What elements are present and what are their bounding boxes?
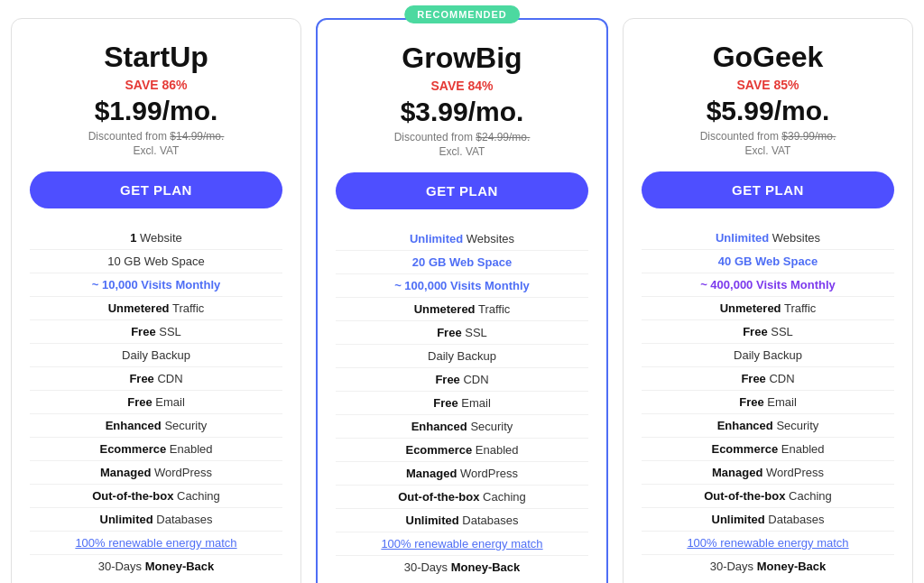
feature-item: 100% renewable energy match bbox=[642, 531, 894, 554]
plan-original: Discounted from $39.99/mo. bbox=[642, 130, 894, 143]
feature-item: Unlimited Websites bbox=[336, 227, 588, 250]
feature-item: Ecommerce Enabled bbox=[336, 438, 588, 461]
feature-highlight: 40 GB Web Space bbox=[718, 254, 818, 268]
feature-bold: Out-of-the-box bbox=[704, 489, 785, 503]
feature-item: Out-of-the-box Caching bbox=[30, 484, 282, 507]
feature-item: Daily Backup bbox=[642, 343, 894, 366]
feature-item: 100% renewable energy match bbox=[30, 531, 282, 554]
feature-link[interactable]: 100% renewable energy match bbox=[75, 536, 236, 550]
plan-card-startup: StartUp SAVE 86% $1.99/mo. Discounted fr… bbox=[11, 18, 301, 583]
plan-vat: Excl. VAT bbox=[30, 144, 282, 157]
feature-bold: Free bbox=[131, 325, 155, 338]
feature-bold: Unlimited bbox=[100, 513, 153, 526]
feature-item: 30-Days Money-Back bbox=[30, 554, 282, 578]
feature-item: Free SSL bbox=[642, 319, 894, 343]
feature-item: Unmetered Traffic bbox=[30, 296, 282, 319]
plan-card-growbig: RECOMMENDED GrowBig SAVE 84% $3.99/mo. D… bbox=[316, 18, 608, 583]
feature-bold: Enhanced bbox=[411, 420, 467, 433]
feature-highlight: ~ 10,000 Visits Monthly bbox=[92, 278, 220, 292]
feature-link[interactable]: 100% renewable energy match bbox=[687, 536, 848, 550]
feature-highlight: 20 GB Web Space bbox=[412, 255, 512, 269]
features-list: 1 Website10 GB Web Space~ 10,000 Visits … bbox=[30, 227, 282, 578]
plan-price: $3.99/mo. bbox=[336, 97, 588, 127]
feature-bold: Unlimited bbox=[716, 231, 769, 245]
feature-item: ~ 400,000 Visits Monthly bbox=[642, 273, 894, 296]
feature-bold: Enhanced bbox=[717, 419, 773, 432]
feature-bold: Enhanced bbox=[106, 419, 162, 432]
feature-bold: Unmetered bbox=[414, 302, 476, 316]
feature-bold: Managed bbox=[406, 467, 457, 480]
feature-bold: Free bbox=[433, 396, 457, 410]
feature-item: 1 Website bbox=[30, 227, 282, 249]
plan-price: $5.99/mo. bbox=[642, 96, 894, 126]
feature-bold: Managed bbox=[712, 466, 762, 479]
feature-item: Managed WordPress bbox=[642, 460, 894, 484]
plan-name: GoGeek bbox=[642, 41, 894, 74]
plan-name: StartUp bbox=[30, 41, 282, 74]
plan-price: $1.99/mo. bbox=[30, 96, 282, 126]
get-plan-button[interactable]: GET PLAN bbox=[336, 172, 588, 209]
feature-bold: Free bbox=[435, 373, 459, 386]
feature-item: Out-of-the-box Caching bbox=[336, 485, 588, 508]
feature-item: Unlimited Databases bbox=[642, 507, 894, 531]
get-plan-button[interactable]: GET PLAN bbox=[30, 171, 282, 208]
feature-bold: Unmetered bbox=[720, 301, 781, 315]
feature-bold: Free bbox=[437, 326, 461, 339]
feature-item: Daily Backup bbox=[336, 344, 588, 367]
feature-bold: Ecommerce bbox=[99, 442, 166, 456]
plan-original: Discounted from $14.99/mo. bbox=[30, 130, 282, 143]
feature-link[interactable]: 100% renewable energy match bbox=[381, 537, 542, 551]
plans-container: StartUp SAVE 86% $1.99/mo. Discounted fr… bbox=[11, 18, 913, 583]
feature-item: Unlimited Databases bbox=[30, 507, 282, 531]
feature-bold: Money-Back bbox=[757, 560, 827, 573]
feature-bold: Unlimited bbox=[712, 513, 765, 526]
plan-card-gogeek: GoGeek SAVE 85% $5.99/mo. Discounted fro… bbox=[623, 18, 913, 583]
feature-item: Ecommerce Enabled bbox=[642, 437, 894, 460]
feature-item: Daily Backup bbox=[30, 343, 282, 366]
plan-name: GrowBig bbox=[336, 42, 588, 75]
get-plan-button[interactable]: GET PLAN bbox=[642, 171, 894, 208]
feature-highlight: ~ 100,000 Visits Monthly bbox=[394, 279, 530, 292]
feature-item: Free SSL bbox=[30, 319, 282, 343]
feature-bold: Out-of-the-box bbox=[92, 489, 173, 503]
feature-bold: Out-of-the-box bbox=[398, 490, 479, 504]
feature-bold: Ecommerce bbox=[711, 442, 778, 456]
feature-item: Managed WordPress bbox=[336, 461, 588, 485]
feature-bold: Free bbox=[739, 395, 763, 409]
plan-vat: Excl. VAT bbox=[336, 145, 588, 158]
plan-save: SAVE 84% bbox=[336, 79, 588, 93]
feature-bold: Ecommerce bbox=[405, 443, 472, 457]
feature-item: Unlimited Databases bbox=[336, 508, 588, 532]
feature-item: 30-Days Money-Back bbox=[336, 555, 588, 578]
feature-item: Free SSL bbox=[336, 320, 588, 344]
feature-item: 40 GB Web Space bbox=[642, 249, 894, 273]
features-list: Unlimited Websites20 GB Web Space~ 100,0… bbox=[336, 227, 588, 578]
feature-highlight: ~ 400,000 Visits Monthly bbox=[700, 278, 836, 292]
feature-bold: Free bbox=[127, 395, 152, 409]
feature-item: Ecommerce Enabled bbox=[30, 437, 282, 460]
feature-bold: Unlimited bbox=[406, 514, 459, 527]
feature-item: Unmetered Traffic bbox=[336, 297, 588, 320]
feature-item: Managed WordPress bbox=[30, 460, 282, 484]
features-list: Unlimited Websites40 GB Web Space~ 400,0… bbox=[642, 227, 894, 578]
feature-item: ~ 100,000 Visits Monthly bbox=[336, 273, 588, 297]
feature-item: ~ 10,000 Visits Monthly bbox=[30, 273, 282, 296]
feature-bold: Money-Back bbox=[451, 560, 521, 574]
feature-bold: Free bbox=[129, 372, 153, 385]
plan-original: Discounted from $24.99/mo. bbox=[336, 131, 588, 143]
feature-bold: Free bbox=[743, 325, 767, 338]
feature-item: Unmetered Traffic bbox=[642, 296, 894, 319]
feature-bold: Money-Back bbox=[145, 560, 215, 573]
feature-item: 100% renewable energy match bbox=[336, 532, 588, 555]
feature-item: Unlimited Websites bbox=[642, 227, 894, 249]
plan-save: SAVE 85% bbox=[642, 78, 894, 92]
plan-save: SAVE 86% bbox=[30, 78, 282, 92]
plan-vat: Excl. VAT bbox=[642, 144, 894, 157]
feature-item: Free CDN bbox=[30, 366, 282, 390]
feature-item: Free Email bbox=[642, 390, 894, 413]
feature-bold: Unlimited bbox=[410, 232, 463, 245]
feature-item: Free Email bbox=[30, 390, 282, 413]
feature-item: 20 GB Web Space bbox=[336, 250, 588, 273]
feature-bold: 1 bbox=[130, 231, 136, 245]
feature-item: 10 GB Web Space bbox=[30, 249, 282, 273]
